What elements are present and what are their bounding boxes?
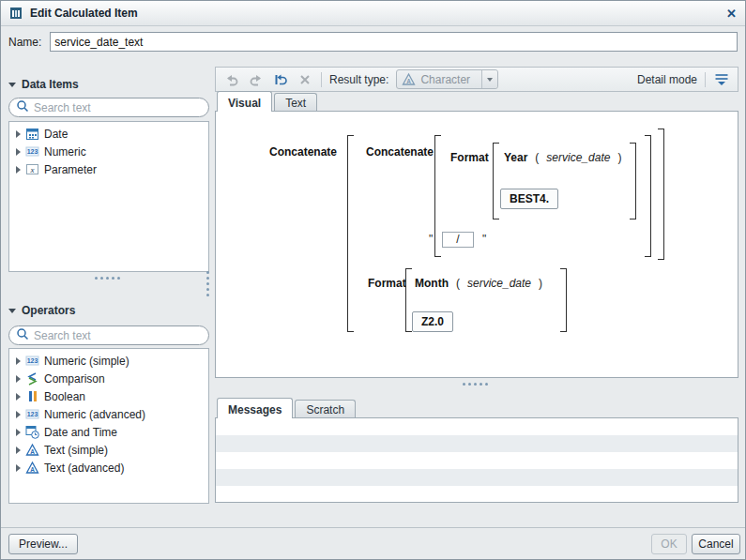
expand-arrow-icon[interactable] xyxy=(16,446,21,454)
expand-arrow-icon[interactable] xyxy=(16,411,21,418)
function-name[interactable]: Year xyxy=(504,151,527,164)
expand-arrow-icon[interactable] xyxy=(16,393,21,401)
tree-item-label: Comparison xyxy=(44,372,105,386)
close-paren: ) xyxy=(617,151,621,164)
tree-item-date-and-time[interactable]: Date and Time xyxy=(9,423,208,441)
svg-text:A: A xyxy=(30,448,35,455)
preview-button[interactable]: Preview... xyxy=(8,534,78,554)
tree-item-boolean[interactable]: Boolean xyxy=(9,387,208,405)
close-quote: " xyxy=(482,233,486,246)
expand-arrow-icon[interactable] xyxy=(16,130,21,138)
format-node[interactable]: Format xyxy=(450,151,489,164)
expand-arrow-icon[interactable] xyxy=(16,375,21,383)
data-items-list: Date 123 Numeric x Parameter xyxy=(8,121,209,272)
collapse-triangle-icon xyxy=(8,83,16,87)
bracket-open xyxy=(347,135,354,332)
svg-text:123: 123 xyxy=(27,148,38,155)
expand-arrow-icon[interactable] xyxy=(16,429,21,436)
search-icon xyxy=(16,327,29,344)
tree-item-numeric-advanced[interactable]: 123 Numeric (advanced) xyxy=(9,405,208,423)
open-paren: ( xyxy=(456,277,460,290)
horizontal-splitter-handle[interactable] xyxy=(95,277,120,280)
comparison-icon xyxy=(25,371,39,386)
operators-section-header[interactable]: Operators xyxy=(8,301,209,320)
tree-item-label: Text (advanced) xyxy=(44,462,124,475)
format-node[interactable]: Format xyxy=(368,277,406,290)
revert-icon[interactable] xyxy=(272,71,289,88)
outer-concatenate-node[interactable]: Concatenate xyxy=(269,145,337,159)
argument-service-date[interactable]: service_date xyxy=(467,277,531,290)
operators-search-input[interactable] xyxy=(34,329,202,342)
tree-item-text-simple[interactable]: A Text (simple) xyxy=(9,441,208,459)
search-icon xyxy=(16,99,29,116)
message-row xyxy=(216,486,738,503)
year-call: Year ( service_date ) xyxy=(504,151,621,164)
character-type-icon: A xyxy=(402,72,416,86)
data-items-search-input[interactable] xyxy=(34,101,202,114)
month-call: Month ( service_date ) xyxy=(415,277,542,290)
bracket-close xyxy=(645,135,651,257)
svg-text:x: x xyxy=(30,165,35,174)
bracket-close xyxy=(630,143,636,219)
inner-concatenate-node[interactable]: Concatenate xyxy=(366,145,434,159)
tree-item-date[interactable]: Date xyxy=(9,125,208,143)
bracket-open xyxy=(434,135,441,257)
tree-item-comparison[interactable]: Comparison xyxy=(9,370,208,387)
separator-text-field[interactable]: / xyxy=(442,232,474,248)
dialog-title: Edit Calculated Item xyxy=(30,7,720,20)
argument-service-date[interactable]: service_date xyxy=(546,151,610,164)
undo-icon[interactable] xyxy=(223,71,240,88)
numeric-icon: 123 xyxy=(25,144,39,159)
datetime-icon xyxy=(25,425,39,439)
data-items-section-header[interactable]: Data Items xyxy=(8,75,209,94)
function-name[interactable]: Month xyxy=(415,277,449,290)
tab-scratch[interactable]: Scratch xyxy=(295,400,356,417)
title-bar: Edit Calculated Item ✕ xyxy=(1,1,745,26)
calculated-item-icon xyxy=(9,7,23,21)
close-icon[interactable]: ✕ xyxy=(726,7,737,21)
tree-item-parameter[interactable]: x Parameter xyxy=(9,160,208,178)
tree-item-text-advanced[interactable]: A Text (advanced) xyxy=(9,459,208,477)
tab-visual[interactable]: Visual xyxy=(217,91,272,112)
tree-item-label: Date xyxy=(44,128,68,141)
parameter-icon: x xyxy=(25,162,39,176)
redo-icon[interactable] xyxy=(248,71,265,88)
format-value-field[interactable]: Z2.0 xyxy=(412,311,453,332)
character-type-icon: A xyxy=(25,461,39,475)
operators-header-label: Operators xyxy=(22,304,75,317)
horizontal-splitter-handle[interactable] xyxy=(463,383,488,386)
tree-item-numeric-simple[interactable]: 123 Numeric (simple) xyxy=(9,352,208,370)
open-paren: ( xyxy=(535,151,539,164)
detail-mode-label[interactable]: Detail mode xyxy=(637,73,697,86)
character-type-icon: A xyxy=(25,443,39,457)
vertical-splitter-handle[interactable] xyxy=(206,271,209,296)
delete-icon[interactable] xyxy=(297,71,313,88)
expand-arrow-icon[interactable] xyxy=(16,166,21,174)
editor-tabs: Visual Text xyxy=(217,91,317,112)
expand-arrow-icon[interactable] xyxy=(16,357,21,365)
toolbar-separator xyxy=(705,72,706,87)
ok-button[interactable]: OK xyxy=(651,534,687,554)
result-type-dropdown[interactable]: A Character xyxy=(396,69,498,89)
name-row: Name: xyxy=(1,27,745,56)
expand-arrow-icon[interactable] xyxy=(16,148,21,156)
open-quote: " xyxy=(429,233,433,246)
tab-text[interactable]: Text xyxy=(274,93,317,111)
tree-item-label: Numeric xyxy=(44,145,86,159)
name-input[interactable] xyxy=(50,32,738,52)
bracket-open xyxy=(405,268,412,332)
svg-text:A: A xyxy=(30,466,35,473)
message-row xyxy=(216,469,738,486)
tree-item-label: Text (simple) xyxy=(44,444,108,457)
boolean-icon xyxy=(25,389,39,403)
svg-text:123: 123 xyxy=(27,411,38,417)
cancel-button[interactable]: Cancel xyxy=(692,534,740,554)
dropdown-arrow-icon[interactable] xyxy=(481,70,497,88)
operators-list: 123 Numeric (simple) Comparison Boolean … xyxy=(8,348,209,504)
tree-item-numeric[interactable]: 123 Numeric xyxy=(9,143,208,160)
expand-arrow-icon[interactable] xyxy=(16,464,21,472)
detail-mode-icon[interactable] xyxy=(713,71,730,88)
tab-messages[interactable]: Messages xyxy=(217,398,293,418)
format-value-field[interactable]: BEST4. xyxy=(500,189,558,209)
edit-calculated-item-dialog: Edit Calculated Item ✕ Name: Data Items … xyxy=(0,0,746,560)
